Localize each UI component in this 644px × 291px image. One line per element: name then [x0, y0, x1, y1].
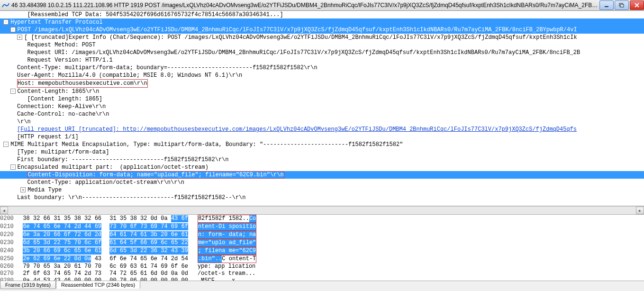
tree-row-host[interactable]: Host: mempobuthousesbexecutive.com\r\n: [0, 79, 644, 88]
tree-row[interactable]: +[ [truncated]Expert Info (Chat/Sequence…: [0, 34, 644, 41]
tree-row-mime[interactable]: -MIME Multipart Media Encapsulation, Typ…: [0, 141, 644, 148]
tree-row[interactable]: Request URI: /images/LxQLVhz04cADvOMvsen…: [0, 49, 644, 56]
packet-details-pane[interactable]: [Reassembled TCP Data: 504f5354202f696d6…: [0, 11, 644, 206]
collapse-icon[interactable]: -: [10, 89, 16, 94]
tree-row[interactable]: Content-Type: application/octet-stream\r…: [0, 179, 644, 186]
scroll-right-arrow[interactable]: ▶: [636, 207, 644, 214]
tree-row[interactable]: [Reassembled TCP Data: 504f5354202f696d6…: [0, 11, 644, 18]
tree-row-cdisp[interactable]: Content-Disposition: form-data; name="up…: [0, 171, 644, 179]
hex-row[interactable]: 0280 0a 4d 53 43 46 00 00 00 00 78 06 00…: [0, 277, 644, 281]
collapse-icon[interactable]: -: [10, 27, 16, 32]
tree-row[interactable]: [Content length: 1865]: [0, 95, 644, 103]
tree-row[interactable]: Connection: Keep-Alive\r\n: [0, 103, 644, 110]
tree-row[interactable]: Last boundary: \r\n---------------------…: [0, 194, 644, 201]
hex-row[interactable]: 0230 6d 65 3d 22 75 70 6c 6f 61 64 5f 66…: [0, 239, 644, 247]
svg-rect-2: [620, 4, 624, 7]
hex-row[interactable]: 0250 2e 62 69 6e 22 0d 0a 43 6f 6e 74 65…: [0, 255, 644, 263]
minimize-button[interactable]: [599, 0, 614, 10]
tree-row[interactable]: Request Version: HTTP/1.1: [0, 56, 644, 64]
tree-row-htp[interactable]: -Hypertext Transfer Protocol: [0, 18, 644, 26]
hex-row[interactable]: 0200 38 32 66 31 35 38 32 66 31 35 38 32…: [0, 215, 644, 223]
tree-row[interactable]: -Encapsulated multipart part: (applicati…: [0, 164, 644, 171]
packet-bytes-pane[interactable]: 0200 38 32 66 31 35 38 32 66 31 35 38 32…: [0, 215, 644, 281]
close-button[interactable]: [630, 0, 644, 10]
tree-row[interactable]: Content-Type: multipart/form-data; bound…: [0, 64, 644, 72]
window-title: 46 33.484398 10.0.2.15 111.221.108.96 HT…: [11, 2, 599, 9]
hex-row[interactable]: 0240 3b 20 66 69 6c 65 6e 61 6d 65 3d 22…: [0, 247, 644, 255]
window-titlebar: 46 33.484398 10.0.2.15 111.221.108.96 HT…: [0, 0, 644, 11]
tree-row[interactable]: -Content-Length: 1865\r\n: [0, 88, 644, 95]
bytes-tab-bar: Frame (1919 bytes) Reassembled TCP (2346…: [0, 281, 644, 291]
tree-row[interactable]: User-Agent: Mozilla/4.0 (compatible; MSI…: [0, 72, 644, 79]
tree-row-fullreq[interactable]: [Full request URI [truncated]: http://me…: [0, 126, 644, 133]
expand-icon[interactable]: +: [17, 35, 22, 40]
tree-row[interactable]: First boundary: ------------------------…: [0, 156, 644, 164]
hex-row[interactable]: 0220 6e 3a 20 66 6f 72 6d 2d 64 61 74 61…: [0, 231, 644, 239]
maximize-button[interactable]: [615, 0, 629, 10]
horizontal-scrollbar[interactable]: ◀ ▶: [0, 206, 644, 215]
tree-row[interactable]: [HTTP request 1/1]: [0, 133, 644, 141]
tree-row[interactable]: Cache-Control: no-cache\r\n: [0, 110, 644, 118]
full-request-uri-link[interactable]: [Full request URI [truncated]: http://me…: [17, 126, 577, 133]
scroll-left-arrow[interactable]: ◀: [0, 207, 8, 214]
tree-row-post[interactable]: -POST /images/LxQLVhz04cADvOMvseng3wE/o2…: [0, 26, 644, 34]
tree-row[interactable]: +Media Type: [0, 186, 644, 194]
host-highlight: Host: mempobuthousesbexecutive.com\r\n: [17, 79, 148, 88]
svg-rect-0: [605, 6, 608, 7]
tree-row[interactable]: \r\n: [0, 118, 644, 126]
hex-row[interactable]: 0210 6e 74 65 6e 74 2d 44 69 73 70 6f 73…: [0, 223, 644, 231]
expand-icon[interactable]: +: [20, 187, 26, 192]
hex-row[interactable]: 0260 79 70 65 3a 20 61 70 70 6c 69 63 61…: [0, 263, 644, 270]
tab-reassembled-tcp[interactable]: Reassembled TCP (2346 bytes): [56, 281, 140, 289]
tree-row[interactable]: [Type: multipart/form-data]: [0, 148, 644, 156]
wireshark-icon: [2, 1, 9, 9]
tab-frame[interactable]: Frame (1919 bytes): [0, 281, 56, 289]
collapse-icon[interactable]: -: [10, 164, 16, 170]
content-disposition-highlight: Content-Disposition: form-data; name="up…: [27, 171, 284, 179]
collapse-icon[interactable]: -: [3, 19, 9, 25]
collapse-icon[interactable]: -: [3, 142, 9, 147]
tree-row[interactable]: Request Method: POST: [0, 41, 644, 49]
hex-row[interactable]: 0270 2f 6f 63 74 65 74 2d 73 74 72 65 61…: [0, 270, 644, 277]
